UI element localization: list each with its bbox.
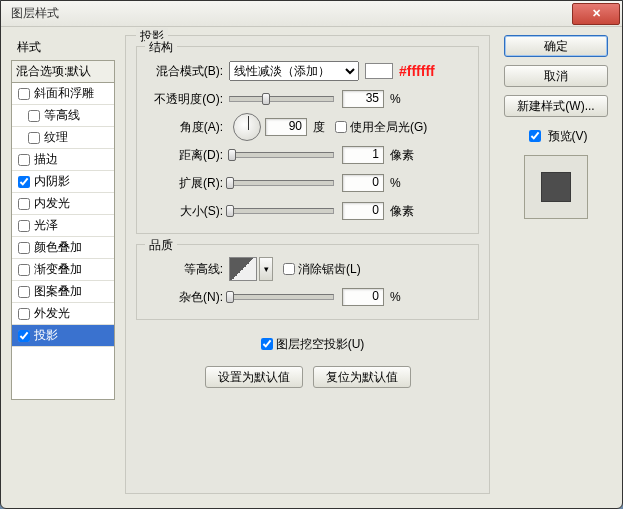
cancel-button[interactable]: 取消 (504, 65, 608, 87)
size-label: 大小(S): (147, 203, 229, 220)
style-item-0[interactable]: 斜面和浮雕 (12, 83, 114, 105)
style-label-0: 斜面和浮雕 (34, 85, 94, 102)
knockout-label: 图层挖空投影(U) (276, 336, 365, 353)
style-label-3: 描边 (34, 151, 58, 168)
reset-default-button[interactable]: 复位为默认值 (313, 366, 411, 388)
style-item-11[interactable]: 投影 (12, 325, 114, 347)
angle-field[interactable]: 90 (265, 118, 307, 136)
style-label-6: 光泽 (34, 217, 58, 234)
size-field[interactable]: 0 (342, 202, 384, 220)
noise-label: 杂色(N): (147, 289, 229, 306)
style-label-7: 颜色叠加 (34, 239, 82, 256)
style-label-11: 投影 (34, 327, 58, 344)
style-checkbox-3[interactable] (18, 154, 30, 166)
opacity-slider[interactable] (229, 96, 334, 102)
style-item-5[interactable]: 内发光 (12, 193, 114, 215)
style-list: 混合选项:默认 斜面和浮雕等高线纹理描边内阴影内发光光泽颜色叠加渐变叠加图案叠加… (11, 60, 115, 400)
distance-label: 距离(D): (147, 147, 229, 164)
style-item-4[interactable]: 内阴影 (12, 171, 114, 193)
contour-label: 等高线: (147, 261, 229, 278)
layer-style-dialog: 图层样式 ✕ 样式 混合选项:默认 斜面和浮雕等高线纹理描边内阴影内发光光泽颜色… (0, 0, 623, 509)
style-checkbox-8[interactable] (18, 264, 30, 276)
style-checkbox-5[interactable] (18, 198, 30, 210)
style-label-5: 内发光 (34, 195, 70, 212)
preview-swatch (541, 172, 571, 202)
style-item-3[interactable]: 描边 (12, 149, 114, 171)
noise-unit: % (390, 290, 401, 304)
style-item-1[interactable]: 等高线 (12, 105, 114, 127)
antialias-checkbox[interactable] (283, 263, 295, 275)
contour-preview[interactable] (229, 257, 257, 281)
settings-panel: 投影 结构 混合模式(B): 线性减淡（添加） #ffffff 不透明度(O):… (125, 35, 490, 494)
style-checkbox-9[interactable] (18, 286, 30, 298)
ok-button[interactable]: 确定 (504, 35, 608, 57)
structure-group: 结构 混合模式(B): 线性减淡（添加） #ffffff 不透明度(O): 35… (136, 46, 479, 234)
structure-legend: 结构 (145, 39, 177, 56)
style-label-1: 等高线 (44, 107, 80, 124)
knockout-checkbox[interactable] (261, 338, 273, 350)
dialog-buttons: 确定 取消 新建样式(W)... 预览(V) (500, 35, 612, 494)
preview-thumbnail (524, 155, 588, 219)
style-checkbox-6[interactable] (18, 220, 30, 232)
opacity-label: 不透明度(O): (147, 91, 229, 108)
quality-legend: 品质 (145, 237, 177, 254)
preview-label: 预览(V) (548, 128, 588, 145)
style-checkbox-1[interactable] (28, 110, 40, 122)
new-style-button[interactable]: 新建样式(W)... (504, 95, 608, 117)
angle-unit: 度 (313, 119, 325, 136)
spread-slider[interactable] (229, 180, 334, 186)
global-light-label: 使用全局光(G) (350, 119, 427, 136)
style-item-9[interactable]: 图案叠加 (12, 281, 114, 303)
noise-slider[interactable] (229, 294, 334, 300)
style-checkbox-7[interactable] (18, 242, 30, 254)
noise-field[interactable]: 0 (342, 288, 384, 306)
size-slider[interactable] (229, 208, 334, 214)
blend-options-label: 混合选项:默认 (16, 63, 91, 80)
style-item-7[interactable]: 颜色叠加 (12, 237, 114, 259)
opacity-unit: % (390, 92, 401, 106)
style-label-10: 外发光 (34, 305, 70, 322)
window-title: 图层样式 (11, 5, 59, 22)
style-checkbox-2[interactable] (28, 132, 40, 144)
style-label-4: 内阴影 (34, 173, 70, 190)
titlebar: 图层样式 ✕ (1, 1, 622, 27)
antialias-label: 消除锯齿(L) (298, 261, 361, 278)
blend-mode-select[interactable]: 线性减淡（添加） (229, 61, 359, 81)
angle-dial[interactable] (233, 113, 261, 141)
style-sidebar: 样式 混合选项:默认 斜面和浮雕等高线纹理描边内阴影内发光光泽颜色叠加渐变叠加图… (11, 35, 115, 494)
blend-options-row[interactable]: 混合选项:默认 (12, 61, 114, 83)
style-item-2[interactable]: 纹理 (12, 127, 114, 149)
distance-slider[interactable] (229, 152, 334, 158)
style-checkbox-10[interactable] (18, 308, 30, 320)
preview-checkbox[interactable] (529, 130, 541, 142)
color-hash-text: #ffffff (399, 63, 435, 79)
opacity-field[interactable]: 35 (342, 90, 384, 108)
angle-label: 角度(A): (147, 119, 229, 136)
size-unit: 像素 (390, 203, 414, 220)
contour-dropdown-button[interactable]: ▾ (259, 257, 273, 281)
sidebar-header: 样式 (11, 35, 115, 60)
distance-unit: 像素 (390, 147, 414, 164)
style-checkbox-4[interactable] (18, 176, 30, 188)
blend-mode-label: 混合模式(B): (147, 63, 229, 80)
style-label-2: 纹理 (44, 129, 68, 146)
style-item-6[interactable]: 光泽 (12, 215, 114, 237)
close-button[interactable]: ✕ (572, 3, 620, 25)
quality-group: 品质 等高线: ▾ 消除锯齿(L) 杂色(N): 0 % (136, 244, 479, 320)
spread-label: 扩展(R): (147, 175, 229, 192)
style-label-8: 渐变叠加 (34, 261, 82, 278)
style-checkbox-0[interactable] (18, 88, 30, 100)
style-item-10[interactable]: 外发光 (12, 303, 114, 325)
style-label-9: 图案叠加 (34, 283, 82, 300)
spread-unit: % (390, 176, 401, 190)
spread-field[interactable]: 0 (342, 174, 384, 192)
close-icon: ✕ (592, 7, 601, 20)
global-light-checkbox[interactable] (335, 121, 347, 133)
shadow-color-swatch[interactable] (365, 63, 393, 79)
style-checkbox-11[interactable] (18, 330, 30, 342)
distance-field[interactable]: 1 (342, 146, 384, 164)
style-item-8[interactable]: 渐变叠加 (12, 259, 114, 281)
set-default-button[interactable]: 设置为默认值 (205, 366, 303, 388)
